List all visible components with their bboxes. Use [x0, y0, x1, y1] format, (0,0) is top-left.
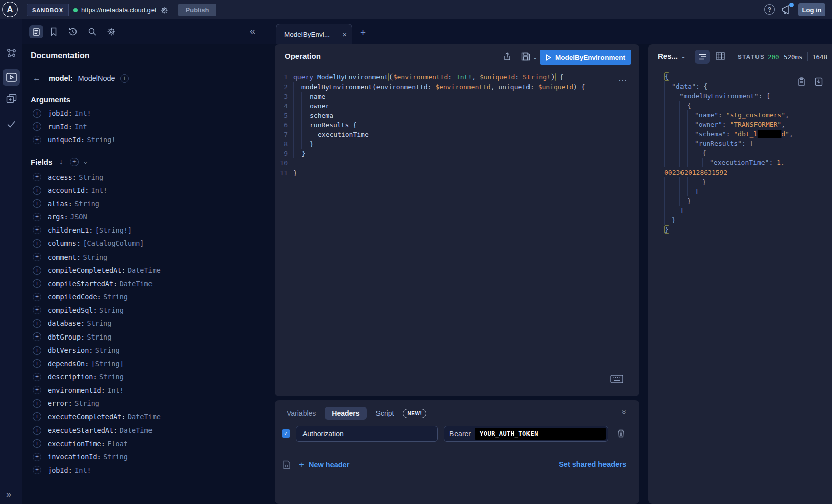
- doc-argument-row[interactable]: + runId: Int: [33, 120, 271, 134]
- add-field-icon[interactable]: +: [33, 466, 41, 474]
- doc-field-row[interactable]: + database: String: [33, 317, 271, 330]
- add-field-icon[interactable]: +: [33, 346, 41, 355]
- settings-tool-icon[interactable]: [107, 27, 116, 36]
- doc-field-row[interactable]: + description: String: [33, 370, 271, 384]
- breadcrumb-type[interactable]: ModelNode: [78, 74, 115, 82]
- explorer-nav-icon[interactable]: [3, 69, 20, 86]
- add-field-icon[interactable]: +: [33, 173, 41, 181]
- login-button[interactable]: Log in: [798, 3, 825, 16]
- endpoint-url-field[interactable]: https://metadata.cloud.get: [69, 4, 184, 16]
- header-enabled-checkbox[interactable]: ✓: [282, 429, 290, 438]
- environment-variables-icon[interactable]: [283, 460, 291, 469]
- table-view-icon[interactable]: [716, 52, 725, 60]
- doc-field-row[interactable]: + compiledSql: String: [33, 304, 271, 317]
- schema-graph-icon[interactable]: [6, 48, 17, 58]
- add-field-icon[interactable]: +: [33, 453, 41, 461]
- add-argument-icon[interactable]: +: [33, 122, 41, 131]
- operation-tab[interactable]: ModelByEnvi... ×: [276, 24, 352, 44]
- add-field-icon[interactable]: +: [33, 399, 41, 408]
- add-all-fields-icon[interactable]: +: [70, 158, 79, 166]
- add-field-icon[interactable]: +: [33, 359, 41, 368]
- doc-field-row[interactable]: + executionTime: Float: [33, 437, 271, 451]
- doc-field-row[interactable]: + childrenL1: [String!]: [33, 224, 271, 237]
- endpoint-settings-gear-icon[interactable]: [160, 6, 168, 14]
- tab-headers[interactable]: Headers: [325, 407, 366, 420]
- sandbox-badge[interactable]: SANDBOX: [27, 4, 69, 16]
- add-field-icon[interactable]: +: [33, 426, 41, 435]
- publish-button[interactable]: Publish: [178, 4, 216, 16]
- search-tool-icon[interactable]: [88, 27, 97, 36]
- checks-icon[interactable]: [6, 120, 16, 129]
- doc-field-row[interactable]: + jobId: Int!: [33, 464, 271, 477]
- keyboard-shortcuts-icon[interactable]: [610, 375, 623, 383]
- doc-field-row[interactable]: + compileStartedAt: DateTime: [33, 277, 271, 291]
- add-field-icon[interactable]: +: [33, 293, 41, 301]
- fields-menu-chevron-icon[interactable]: ⌄: [83, 158, 88, 165]
- add-field-icon[interactable]: +: [33, 279, 41, 288]
- doc-field-row[interactable]: + error: String: [33, 397, 271, 410]
- doc-argument-row[interactable]: + uniqueId: String!: [33, 133, 271, 147]
- add-field-icon[interactable]: +: [33, 253, 41, 261]
- add-field-icon[interactable]: +: [33, 186, 41, 195]
- doc-field-row[interactable]: + compiledCode: String: [33, 290, 271, 304]
- doc-field-row[interactable]: + compileCompletedAt: DateTime: [33, 264, 271, 277]
- doc-field-row[interactable]: + invocationId: String: [33, 450, 271, 464]
- history-tool-icon[interactable]: [68, 27, 78, 36]
- tab-close-icon[interactable]: ×: [342, 30, 347, 39]
- operation-editor[interactable]: 1query ModelByEnvironment($environmentId…: [275, 72, 639, 178]
- add-field-icon[interactable]: +: [33, 373, 41, 381]
- json-view-icon[interactable]: [695, 50, 710, 64]
- doc-field-row[interactable]: + alias: String: [33, 197, 271, 211]
- add-field-icon[interactable]: +: [33, 332, 41, 341]
- response-menu-chevron-icon[interactable]: ⌄: [680, 53, 686, 60]
- add-field-icon[interactable]: +: [33, 306, 41, 314]
- add-field-icon[interactable]: +: [33, 412, 41, 421]
- doc-field-row[interactable]: + executeStartedAt: DateTime: [33, 424, 271, 437]
- doc-field-row[interactable]: + dependsOn: [String]: [33, 357, 271, 371]
- new-header-button[interactable]: + New header: [299, 460, 349, 470]
- save-menu-chevron-icon[interactable]: ⌄: [533, 54, 537, 61]
- collections-icon[interactable]: [6, 94, 17, 104]
- add-field-icon[interactable]: +: [33, 386, 41, 394]
- new-tab-icon[interactable]: +: [360, 27, 366, 38]
- add-field-icon[interactable]: +: [33, 266, 41, 275]
- announcements-icon[interactable]: [781, 4, 793, 15]
- add-field-icon[interactable]: +: [33, 239, 41, 248]
- doc-field-row[interactable]: + args: JSON: [33, 210, 271, 224]
- doc-field-row[interactable]: + dbtGroup: String: [33, 330, 271, 344]
- tab-variables[interactable]: Variables: [287, 409, 316, 417]
- set-shared-headers-link[interactable]: Set shared headers: [559, 460, 626, 468]
- help-icon[interactable]: ?: [764, 4, 775, 15]
- add-field-icon[interactable]: +: [33, 319, 41, 328]
- doc-field-row[interactable]: + access: String: [33, 171, 271, 184]
- share-operation-icon[interactable]: [503, 52, 511, 61]
- collapse-doc-panel-icon[interactable]: «: [250, 25, 255, 37]
- doc-field-row[interactable]: + dbtVersion: String: [33, 344, 271, 357]
- doc-field-row[interactable]: + comment: String: [33, 250, 271, 264]
- add-field-icon[interactable]: +: [33, 213, 41, 221]
- sort-fields-icon[interactable]: ↓: [59, 158, 63, 166]
- doc-field-row[interactable]: + accountId: Int!: [33, 184, 271, 197]
- collapse-panel-icon[interactable]: »: [619, 410, 629, 414]
- doc-argument-row[interactable]: + jobId: Int!: [33, 107, 271, 120]
- add-field-icon[interactable]: +: [33, 439, 41, 448]
- doc-field-row[interactable]: + environmentId: Int!: [33, 384, 271, 397]
- expand-rail-icon[interactable]: »: [6, 489, 11, 500]
- apollo-logo-icon[interactable]: A: [2, 2, 18, 17]
- documentation-tool-icon[interactable]: [29, 25, 43, 38]
- add-field-icon[interactable]: +: [120, 74, 129, 83]
- response-title[interactable]: Res...: [658, 52, 678, 60]
- delete-header-icon[interactable]: [617, 429, 625, 438]
- add-argument-icon[interactable]: +: [33, 136, 41, 144]
- doc-field-row[interactable]: + columns: [CatalogColumn]: [33, 237, 271, 250]
- add-field-icon[interactable]: +: [33, 199, 41, 208]
- save-operation-icon[interactable]: [521, 52, 530, 61]
- doc-field-row[interactable]: + executeCompletedAt: DateTime: [33, 410, 271, 424]
- response-body[interactable]: {"data": {"modelByEnvironment": [{"name"…: [648, 72, 832, 234]
- header-key-input[interactable]: [296, 426, 438, 442]
- back-arrow-icon[interactable]: ←: [33, 74, 41, 83]
- add-field-icon[interactable]: +: [33, 226, 41, 234]
- run-operation-button[interactable]: ModelByEnvironment: [540, 50, 631, 65]
- add-argument-icon[interactable]: +: [33, 109, 41, 118]
- bookmarks-tool-icon[interactable]: [50, 27, 58, 36]
